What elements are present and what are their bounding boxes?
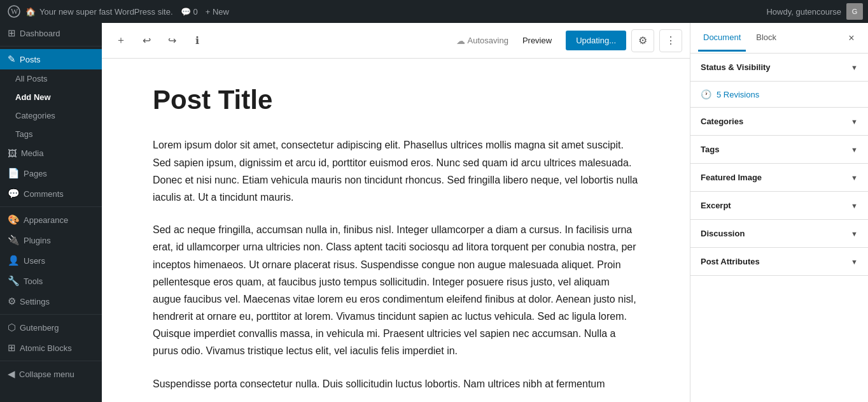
chevron-down-icon-2: ▼ [851, 118, 858, 126]
users-icon: 👤 [8, 255, 20, 266]
redo-icon: ↪ [168, 34, 176, 47]
panel-content: Status & Visibility ▼ 🕐 5 Revisions Cate… [690, 54, 868, 402]
panel-close-button[interactable]: × [843, 29, 860, 47]
section-status-visibility-header[interactable]: Status & Visibility ▼ [690, 54, 868, 81]
paragraph-3[interactable]: Suspendisse porta consectetur nulla. Dui… [153, 375, 639, 392]
post-title[interactable]: Post Title [153, 84, 639, 116]
sidebar-item-all-posts[interactable]: All Posts [0, 69, 102, 88]
info-button[interactable]: ℹ [186, 29, 209, 52]
sidebar-item-pages[interactable]: 📄 Pages [0, 163, 102, 183]
sidebar-item-comments[interactable]: 💬 Comments [0, 183, 102, 204]
sidebar-item-settings[interactable]: ⚙ Settings [0, 291, 102, 312]
media-label: Media [21, 148, 43, 158]
update-label: Updating... [576, 36, 616, 45]
section-categories-header[interactable]: Categories ▼ [690, 108, 868, 135]
section-featured-image: Featured Image ▼ [690, 164, 868, 192]
sidebar-item-collapse[interactable]: ◀ Collapse menu [0, 364, 102, 384]
ellipsis-icon: ⋮ [666, 34, 676, 47]
add-block-button[interactable]: ＋ [109, 29, 132, 52]
sidebar-item-atomic-blocks[interactable]: ⊞ Atomic Blocks [0, 338, 102, 358]
pages-icon: 📄 [8, 168, 20, 179]
section-status-visibility: Status & Visibility ▼ [690, 54, 868, 82]
settings-label: Settings [20, 297, 50, 306]
settings-button[interactable]: ⚙ [631, 29, 654, 52]
sidebar-item-categories[interactable]: Categories [0, 106, 102, 125]
undo-button[interactable]: ↩ [135, 29, 158, 52]
tools-label: Tools [24, 276, 43, 286]
section-tags-header[interactable]: Tags ▼ [690, 136, 868, 163]
sidebar-posts-label: Posts [20, 55, 41, 64]
sidebar-item-media[interactable]: 🖼 Media [0, 143, 102, 163]
more-button[interactable]: ⋮ [659, 29, 682, 52]
update-button[interactable]: Updating... [566, 31, 626, 50]
status-visibility-label: Status & Visibility [701, 62, 771, 72]
clock-icon: 🕐 [701, 89, 711, 99]
wp-logo[interactable]: W [5, 3, 23, 20]
section-revisions: 🕐 5 Revisions [690, 82, 868, 108]
post-attributes-label: Post Attributes [701, 257, 760, 266]
tab-document[interactable]: Document [698, 25, 746, 52]
sidebar-item-users[interactable]: 👤 Users [0, 250, 102, 271]
sidebar-item-gutenberg[interactable]: ⬡ Gutenberg [0, 317, 102, 338]
collapse-icon: ◀ [8, 368, 15, 380]
tags-label: Tags [15, 129, 32, 139]
sidebar-item-posts[interactable]: ✎ Posts [0, 49, 102, 69]
panel-tabs: Document Block × [690, 23, 868, 54]
section-excerpt-header[interactable]: Excerpt ▼ [690, 192, 868, 219]
plugins-label: Plugins [24, 236, 51, 245]
section-featured-image-header[interactable]: Featured Image ▼ [690, 164, 868, 191]
section-discussion: Discussion ▼ [690, 220, 868, 248]
preview-label: Preview [522, 36, 552, 45]
comments-label: Comments [24, 189, 64, 199]
excerpt-label: Excerpt [701, 201, 731, 210]
editor-content[interactable]: Post Title Lorem ipsum dolor sit amet, c… [102, 59, 690, 402]
categories-panel-label: Categories [701, 117, 743, 126]
autosaving-indicator: ☁ Autosaving [456, 36, 508, 46]
comments-icon: 💬 [8, 188, 20, 199]
section-excerpt: Excerpt ▼ [690, 192, 868, 220]
section-post-attributes: Post Attributes ▼ [690, 248, 868, 276]
info-icon: ℹ [195, 34, 199, 47]
section-post-attributes-header[interactable]: Post Attributes ▼ [690, 248, 868, 275]
undo-icon: ↩ [143, 34, 151, 47]
users-label: Users [24, 256, 45, 266]
site-name: Your new super fast WordPress site. [39, 7, 173, 17]
revisions-item[interactable]: 🕐 5 Revisions [690, 82, 868, 107]
sidebar-item-appearance[interactable]: 🎨 Appearance [0, 210, 102, 230]
pages-label: Pages [24, 169, 47, 178]
comment-count: 0 [193, 7, 198, 17]
paragraph-1[interactable]: Lorem ipsum dolor sit amet, consectetur … [153, 136, 639, 206]
sidebar-item-plugins[interactable]: 🔌 Plugins [0, 230, 102, 250]
adminbar-new[interactable]: + New [206, 7, 229, 17]
avatar[interactable]: G [846, 3, 863, 20]
adminbar-comments[interactable]: 💬 0 [181, 7, 198, 17]
posts-icon: ✎ [8, 54, 16, 65]
preview-button[interactable]: Preview [514, 32, 561, 49]
new-label: + New [206, 7, 229, 17]
redo-button[interactable]: ↪ [160, 29, 183, 52]
sidebar-item-dashboard[interactable]: ⊞ Dashboard [0, 23, 102, 43]
appearance-label: Appearance [24, 215, 68, 225]
chevron-down-icon-4: ▼ [851, 174, 858, 182]
sidebar-item-tools[interactable]: 🔧 Tools [0, 271, 102, 291]
sidebar-item-tags[interactable]: Tags [0, 125, 102, 143]
autosaving-label: Autosaving [468, 36, 508, 45]
svg-text:W: W [11, 7, 18, 16]
atomic-blocks-label: Atomic Blocks [20, 343, 72, 353]
plugins-icon: 🔌 [8, 234, 20, 246]
section-discussion-header[interactable]: Discussion ▼ [690, 220, 868, 247]
adminbar-site[interactable]: 🏠 Your new super fast WordPress site. [25, 7, 173, 17]
tab-block[interactable]: Block [751, 25, 781, 52]
add-icon: ＋ [116, 34, 126, 47]
sidebar: ⊞ Dashboard ✎ Posts All Posts Add New Ca… [0, 23, 102, 402]
chevron-down-icon-5: ▼ [851, 202, 858, 210]
editor-area: ＋ ↩ ↪ ℹ ☁ Autosaving Preview [102, 23, 690, 402]
sidebar-item-add-new[interactable]: Add New [0, 88, 102, 106]
settings-icon: ⚙ [8, 296, 16, 307]
howdy-text: Howdy, gutencourse [766, 7, 841, 17]
gutenberg-icon: ⬡ [8, 322, 16, 333]
admin-bar: W 🏠 Your new super fast WordPress site. … [0, 0, 868, 23]
paragraph-2[interactable]: Sed ac neque fringilla, accumsan nulla i… [153, 221, 639, 360]
atomic-blocks-icon: ⊞ [8, 342, 16, 354]
appearance-icon: 🎨 [8, 214, 20, 226]
